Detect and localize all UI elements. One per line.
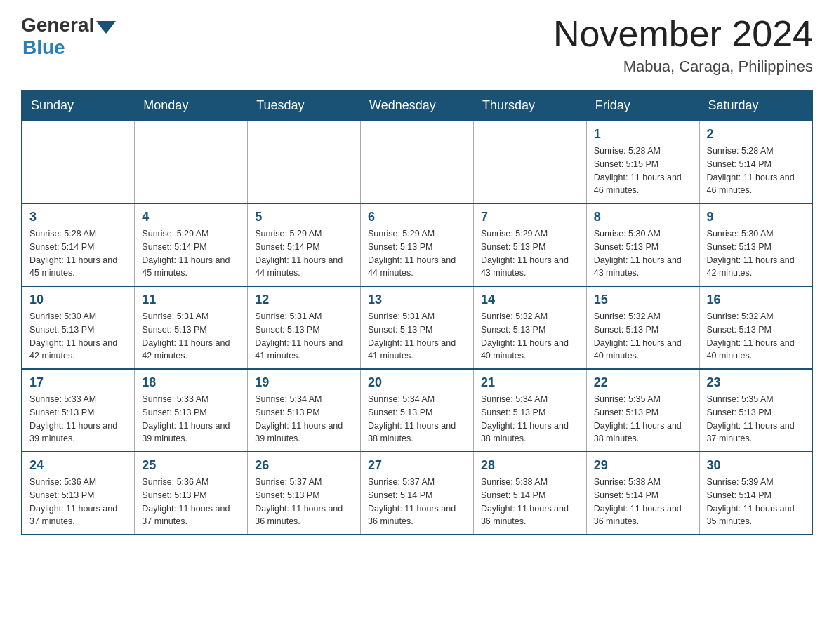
table-row: 3Sunrise: 5:28 AMSunset: 5:14 PMDaylight…: [22, 203, 135, 286]
table-row: 21Sunrise: 5:34 AMSunset: 5:13 PMDayligh…: [473, 369, 586, 452]
day-info: Sunrise: 5:37 AMSunset: 5:14 PMDaylight:…: [368, 476, 466, 528]
day-number: 24: [29, 458, 127, 473]
day-info: Sunrise: 5:30 AMSunset: 5:13 PMDaylight:…: [29, 310, 127, 363]
header-monday: Monday: [135, 90, 248, 121]
day-info: Sunrise: 5:31 AMSunset: 5:13 PMDaylight:…: [255, 310, 353, 363]
table-row: [248, 121, 361, 203]
day-info: Sunrise: 5:28 AMSunset: 5:14 PMDaylight:…: [29, 227, 127, 280]
header-wednesday: Wednesday: [361, 90, 474, 121]
table-row: 19Sunrise: 5:34 AMSunset: 5:13 PMDayligh…: [248, 369, 361, 452]
calendar-week-row: 24Sunrise: 5:36 AMSunset: 5:13 PMDayligh…: [22, 452, 812, 535]
day-info: Sunrise: 5:32 AMSunset: 5:13 PMDaylight:…: [594, 310, 692, 363]
day-info: Sunrise: 5:37 AMSunset: 5:13 PMDaylight:…: [255, 476, 353, 528]
table-row: [473, 121, 586, 203]
day-info: Sunrise: 5:29 AMSunset: 5:13 PMDaylight:…: [481, 227, 579, 280]
table-row: 9Sunrise: 5:30 AMSunset: 5:13 PMDaylight…: [699, 203, 812, 286]
day-info: Sunrise: 5:31 AMSunset: 5:13 PMDaylight:…: [368, 310, 466, 363]
day-info: Sunrise: 5:36 AMSunset: 5:13 PMDaylight:…: [29, 476, 127, 528]
day-number: 20: [368, 375, 466, 390]
calendar-week-row: 17Sunrise: 5:33 AMSunset: 5:13 PMDayligh…: [22, 369, 812, 452]
day-number: 26: [255, 458, 353, 473]
day-number: 9: [707, 210, 805, 224]
day-info: Sunrise: 5:38 AMSunset: 5:14 PMDaylight:…: [481, 476, 579, 528]
calendar-table: Sunday Monday Tuesday Wednesday Thursday…: [21, 90, 813, 535]
day-number: 11: [142, 293, 240, 307]
table-row: 29Sunrise: 5:38 AMSunset: 5:14 PMDayligh…: [586, 452, 699, 535]
table-row: 6Sunrise: 5:29 AMSunset: 5:13 PMDaylight…: [361, 203, 474, 286]
day-number: 8: [594, 210, 692, 224]
day-number: 30: [707, 458, 805, 473]
day-info: Sunrise: 5:32 AMSunset: 5:13 PMDaylight:…: [707, 310, 805, 363]
page-header: General Blue November 2024 Mabua, Caraga…: [21, 14, 813, 76]
table-row: 5Sunrise: 5:29 AMSunset: 5:14 PMDaylight…: [248, 203, 361, 286]
table-row: 2Sunrise: 5:28 AMSunset: 5:14 PMDaylight…: [699, 121, 812, 203]
day-info: Sunrise: 5:29 AMSunset: 5:14 PMDaylight:…: [142, 227, 240, 280]
day-number: 16: [707, 293, 805, 307]
table-row: 11Sunrise: 5:31 AMSunset: 5:13 PMDayligh…: [135, 286, 248, 369]
day-number: 17: [29, 375, 127, 390]
table-row: 22Sunrise: 5:35 AMSunset: 5:13 PMDayligh…: [586, 369, 699, 452]
table-row: 25Sunrise: 5:36 AMSunset: 5:13 PMDayligh…: [135, 452, 248, 535]
table-row: 23Sunrise: 5:35 AMSunset: 5:13 PMDayligh…: [699, 369, 812, 452]
day-number: 22: [594, 375, 692, 390]
table-row: [361, 121, 474, 203]
table-row: 1Sunrise: 5:28 AMSunset: 5:15 PMDaylight…: [586, 121, 699, 203]
day-number: 18: [142, 375, 240, 390]
table-row: 30Sunrise: 5:39 AMSunset: 5:14 PMDayligh…: [699, 452, 812, 535]
day-number: 13: [368, 293, 466, 307]
day-number: 25: [142, 458, 240, 473]
calendar-week-row: 1Sunrise: 5:28 AMSunset: 5:15 PMDaylight…: [22, 121, 812, 203]
day-number: 15: [594, 293, 692, 307]
day-info: Sunrise: 5:33 AMSunset: 5:13 PMDaylight:…: [142, 393, 240, 445]
table-row: [135, 121, 248, 203]
table-row: 12Sunrise: 5:31 AMSunset: 5:13 PMDayligh…: [248, 286, 361, 369]
table-row: 13Sunrise: 5:31 AMSunset: 5:13 PMDayligh…: [361, 286, 474, 369]
header-thursday: Thursday: [473, 90, 586, 121]
table-row: 14Sunrise: 5:32 AMSunset: 5:13 PMDayligh…: [473, 286, 586, 369]
day-number: 28: [481, 458, 579, 473]
table-row: 20Sunrise: 5:34 AMSunset: 5:13 PMDayligh…: [361, 369, 474, 452]
header-sunday: Sunday: [22, 90, 135, 121]
table-row: 24Sunrise: 5:36 AMSunset: 5:13 PMDayligh…: [22, 452, 135, 535]
location-title: Mabua, Caraga, Philippines: [553, 58, 813, 76]
day-info: Sunrise: 5:35 AMSunset: 5:13 PMDaylight:…: [707, 393, 805, 445]
day-info: Sunrise: 5:35 AMSunset: 5:13 PMDaylight:…: [594, 393, 692, 445]
logo-general-text: General: [21, 14, 94, 36]
day-info: Sunrise: 5:34 AMSunset: 5:13 PMDaylight:…: [255, 393, 353, 445]
day-info: Sunrise: 5:33 AMSunset: 5:13 PMDaylight:…: [29, 393, 127, 445]
day-number: 19: [255, 375, 353, 390]
header-friday: Friday: [586, 90, 699, 121]
day-info: Sunrise: 5:30 AMSunset: 5:13 PMDaylight:…: [707, 227, 805, 280]
calendar-week-row: 10Sunrise: 5:30 AMSunset: 5:13 PMDayligh…: [22, 286, 812, 369]
day-info: Sunrise: 5:39 AMSunset: 5:14 PMDaylight:…: [707, 476, 805, 528]
day-info: Sunrise: 5:32 AMSunset: 5:13 PMDaylight:…: [481, 310, 579, 363]
day-number: 21: [481, 375, 579, 390]
day-number: 29: [594, 458, 692, 473]
table-row: 16Sunrise: 5:32 AMSunset: 5:13 PMDayligh…: [699, 286, 812, 369]
header-saturday: Saturday: [699, 90, 812, 121]
table-row: 10Sunrise: 5:30 AMSunset: 5:13 PMDayligh…: [22, 286, 135, 369]
day-info: Sunrise: 5:28 AMSunset: 5:14 PMDaylight:…: [707, 145, 805, 197]
calendar-week-row: 3Sunrise: 5:28 AMSunset: 5:14 PMDaylight…: [22, 203, 812, 286]
day-info: Sunrise: 5:30 AMSunset: 5:13 PMDaylight:…: [594, 227, 692, 280]
day-info: Sunrise: 5:29 AMSunset: 5:13 PMDaylight:…: [368, 227, 466, 280]
table-row: 26Sunrise: 5:37 AMSunset: 5:13 PMDayligh…: [248, 452, 361, 535]
day-number: 14: [481, 293, 579, 307]
table-row: 8Sunrise: 5:30 AMSunset: 5:13 PMDaylight…: [586, 203, 699, 286]
day-info: Sunrise: 5:31 AMSunset: 5:13 PMDaylight:…: [142, 310, 240, 363]
day-number: 23: [707, 375, 805, 390]
day-number: 4: [142, 210, 240, 224]
logo: General Blue: [21, 14, 116, 59]
day-number: 1: [594, 127, 692, 142]
table-row: 17Sunrise: 5:33 AMSunset: 5:13 PMDayligh…: [22, 369, 135, 452]
table-row: 18Sunrise: 5:33 AMSunset: 5:13 PMDayligh…: [135, 369, 248, 452]
logo-arrow-icon: [96, 21, 116, 34]
day-number: 5: [255, 210, 353, 224]
calendar-header-row: Sunday Monday Tuesday Wednesday Thursday…: [22, 90, 812, 121]
day-info: Sunrise: 5:36 AMSunset: 5:13 PMDaylight:…: [142, 476, 240, 528]
table-row: [22, 121, 135, 203]
day-info: Sunrise: 5:29 AMSunset: 5:14 PMDaylight:…: [255, 227, 353, 280]
day-info: Sunrise: 5:34 AMSunset: 5:13 PMDaylight:…: [481, 393, 579, 445]
day-info: Sunrise: 5:38 AMSunset: 5:14 PMDaylight:…: [594, 476, 692, 528]
logo-blue-text: Blue: [22, 36, 116, 59]
